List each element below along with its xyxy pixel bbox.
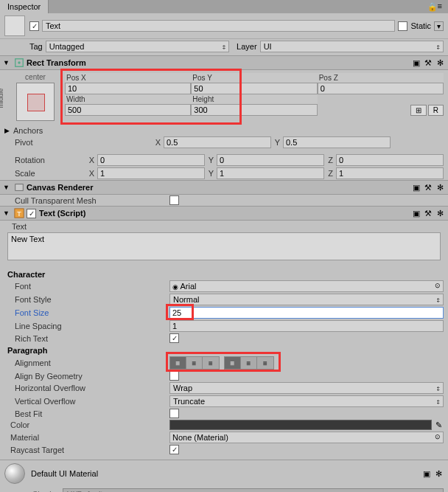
align-center-button[interactable]: ≡ bbox=[186, 357, 203, 369]
posx-label: Pos X bbox=[65, 73, 191, 83]
svg-point-1 bbox=[18, 61, 21, 64]
help-icon[interactable]: ▣ bbox=[421, 468, 432, 479]
fontstyle-label: Font Style bbox=[15, 295, 169, 304]
anchor-preset[interactable]: center bbox=[13, 73, 57, 122]
tab-bar: Inspector 🔒 ≡ bbox=[0, 0, 448, 13]
layer-dropdown[interactable]: UI‡ bbox=[260, 41, 444, 52]
raw-button[interactable]: R bbox=[428, 105, 444, 116]
bestfit-checkbox[interactable] bbox=[169, 409, 179, 418]
pivot-y-input[interactable] bbox=[283, 136, 391, 148]
paragraph-header: Paragraph bbox=[0, 344, 448, 356]
tag-layer-row: Tag Untagged‡ Layer UI‡ bbox=[0, 39, 448, 55]
alignbygeo-checkbox[interactable] bbox=[169, 371, 179, 381]
pivot-x-input[interactable] bbox=[164, 136, 271, 148]
bestfit-label: Best Fit bbox=[15, 409, 169, 418]
help-icon[interactable]: ▣ bbox=[411, 182, 421, 193]
component-title: Text (Script) bbox=[39, 209, 411, 218]
shader-dropdown[interactable]: UI/Default▾ bbox=[63, 488, 444, 492]
blueprint-button[interactable]: ⊞ bbox=[410, 105, 427, 116]
align-left-button[interactable]: ≡ bbox=[170, 357, 186, 369]
fontstyle-dropdown[interactable]: Normal‡ bbox=[169, 294, 444, 305]
preset-icon[interactable]: ⚒ bbox=[423, 208, 433, 218]
raycast-label: Raycast Target bbox=[10, 446, 169, 454]
gear-icon[interactable]: ✻ bbox=[435, 208, 445, 218]
scale-y-input[interactable] bbox=[217, 167, 324, 179]
object-picker-icon[interactable]: ⊙ bbox=[435, 433, 441, 442]
posy-input[interactable] bbox=[191, 83, 317, 94]
align-middle-button[interactable]: ≡ bbox=[241, 357, 257, 369]
text-icon: T bbox=[14, 208, 24, 218]
scale-z-input[interactable] bbox=[336, 167, 444, 179]
color-field[interactable] bbox=[169, 420, 432, 430]
text-textarea[interactable]: New Text bbox=[7, 232, 441, 260]
character-header: Character bbox=[0, 268, 448, 280]
foldout-icon[interactable]: ▼ bbox=[3, 59, 12, 66]
tag-label: Tag bbox=[29, 42, 43, 51]
text-script-header: ▼ T Text (Script) ▣⚒✻ bbox=[0, 206, 448, 221]
static-dropdown-icon[interactable]: ▾ bbox=[434, 21, 444, 31]
chevron-down-icon: ‡ bbox=[437, 398, 440, 405]
foldout-icon[interactable]: ▼ bbox=[3, 209, 12, 217]
rotation-label: Rotation bbox=[15, 156, 87, 164]
fontsize-input[interactable] bbox=[169, 307, 444, 319]
static-label: Static bbox=[410, 21, 431, 30]
align-bottom-button[interactable]: ≡ bbox=[257, 357, 273, 369]
rot-z-input[interactable] bbox=[336, 154, 444, 166]
canvas-renderer-header: ▼ Canvas Renderer ▣⚒✻ bbox=[0, 180, 448, 195]
gameobject-name-input[interactable] bbox=[42, 20, 395, 32]
rect-transform-icon bbox=[14, 58, 24, 68]
material-field[interactable]: None (Material)⊙ bbox=[169, 432, 444, 443]
layer-label: Layer bbox=[237, 42, 257, 51]
rot-x-input[interactable] bbox=[97, 154, 205, 166]
inspector-tab[interactable]: Inspector bbox=[0, 0, 49, 13]
component-title: Rect Transform bbox=[27, 58, 411, 67]
object-picker-icon[interactable]: ⊙ bbox=[435, 282, 441, 291]
scale-x-input[interactable] bbox=[97, 167, 205, 179]
text-enabled-checkbox[interactable] bbox=[27, 209, 36, 218]
anchor-preview-icon bbox=[16, 83, 55, 121]
cull-checkbox[interactable] bbox=[169, 195, 179, 205]
chevron-down-icon: ‡ bbox=[223, 44, 225, 50]
help-icon[interactable]: ▣ bbox=[411, 208, 421, 218]
align-right-button[interactable]: ≡ bbox=[203, 357, 219, 369]
richtext-checkbox[interactable] bbox=[169, 333, 179, 343]
help-icon[interactable]: ▣ bbox=[411, 58, 421, 68]
foldout-icon[interactable]: ▼ bbox=[3, 184, 12, 191]
rot-y-input[interactable] bbox=[217, 154, 324, 166]
align-top-button[interactable]: ≡ bbox=[225, 357, 241, 369]
tag-dropdown[interactable]: Untagged‡ bbox=[46, 41, 229, 52]
tab-title: Inspector bbox=[7, 2, 41, 11]
preset-icon[interactable]: ⚒ bbox=[423, 58, 433, 68]
gear-icon[interactable]: ✻ bbox=[435, 58, 445, 68]
chevron-down-icon: ‡ bbox=[437, 44, 440, 50]
width-input[interactable] bbox=[65, 104, 191, 116]
anchors-foldout[interactable]: ▶ bbox=[4, 127, 13, 134]
chevron-down-icon: ‡ bbox=[437, 385, 440, 392]
gear-icon[interactable]: ✻ bbox=[433, 468, 444, 479]
posz-input[interactable] bbox=[318, 83, 444, 94]
static-checkbox[interactable] bbox=[398, 21, 407, 31]
enabled-checkbox[interactable] bbox=[29, 21, 39, 31]
height-input[interactable] bbox=[191, 104, 317, 116]
preset-icon[interactable]: ⚒ bbox=[423, 182, 433, 193]
gear-icon[interactable]: ✻ bbox=[435, 182, 445, 193]
tab-menu-icon[interactable]: ≡ bbox=[432, 0, 448, 13]
hoverflow-dropdown[interactable]: Wrap‡ bbox=[169, 382, 444, 394]
alignment-label: Alignment bbox=[15, 358, 169, 367]
anchor-h-label: center bbox=[13, 73, 57, 81]
material-sphere-icon bbox=[4, 463, 25, 484]
fontsize-label: Font Size bbox=[15, 308, 169, 317]
voverflow-dropdown[interactable]: Truncate‡ bbox=[169, 395, 444, 407]
eyedropper-icon[interactable]: ✎ bbox=[433, 420, 444, 430]
hoverflow-label: Horizontal Overflow bbox=[15, 384, 169, 392]
lock-icon[interactable]: 🔒 bbox=[423, 0, 432, 7]
raycast-checkbox[interactable] bbox=[169, 445, 179, 454]
canvas-renderer-icon bbox=[14, 182, 24, 193]
posx-input[interactable] bbox=[65, 83, 191, 94]
gameobject-header: Static ▾ bbox=[0, 13, 448, 39]
gameobject-icon[interactable] bbox=[4, 15, 25, 36]
linespacing-input[interactable] bbox=[169, 320, 444, 332]
font-field[interactable]: ◉ Arial⊙ bbox=[169, 280, 444, 292]
shader-row: Shader UI/Default▾ bbox=[0, 487, 448, 492]
h-align-group: ≡ ≡ ≡ bbox=[169, 356, 220, 370]
